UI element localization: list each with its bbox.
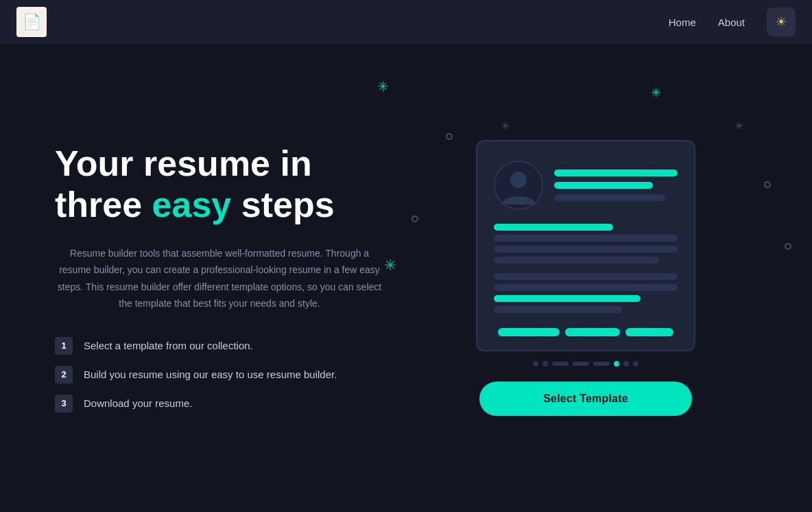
deco-circle-4 xyxy=(785,243,791,250)
dot-dash-3 xyxy=(593,362,610,366)
resume-illustration xyxy=(476,140,695,351)
resume-name-area xyxy=(554,170,678,201)
navbar: 📄 Home About ☀ xyxy=(0,0,812,44)
hero-description: Resume builder tools that assemble well-… xyxy=(55,245,384,312)
resume-btn-1 xyxy=(498,328,560,336)
nav-links: Home About ☀ xyxy=(669,8,796,36)
resume-section-1 xyxy=(494,224,678,264)
step-text-2: Build you resume using our easy to use r… xyxy=(84,369,337,380)
deco-asterisk-2: ✳ xyxy=(501,119,510,132)
select-template-wrap: Select Template xyxy=(414,382,757,416)
resume-body-line-2 xyxy=(494,235,678,242)
resume-line-sub xyxy=(554,194,665,201)
resume-line-title xyxy=(554,182,653,189)
deco-asterisk-4: ✳ xyxy=(735,119,743,132)
deco-circle-3 xyxy=(764,181,771,188)
resume-body-line-6 xyxy=(494,284,678,291)
dot-dash-1 xyxy=(552,362,569,366)
select-template-button[interactable]: Select Template xyxy=(479,382,692,416)
hero-title-line1: Your resume in xyxy=(55,143,312,183)
dot-4 xyxy=(633,361,638,366)
deco-asterisk-1: ✳ xyxy=(377,78,389,95)
hero-title: Your resume in three easy steps xyxy=(55,143,414,226)
step-number-2: 2 xyxy=(55,366,73,384)
resume-section-2 xyxy=(494,273,678,313)
svg-point-1 xyxy=(510,172,527,188)
logo[interactable]: 📄 xyxy=(16,7,47,37)
step-text-3: Download your resume. xyxy=(84,397,192,409)
nav-about[interactable]: About xyxy=(718,16,745,28)
dot-2 xyxy=(542,361,548,366)
dot-1 xyxy=(533,361,538,366)
dot-3 xyxy=(623,361,629,366)
hero-left: Your resume in three easy steps Resume b… xyxy=(55,143,414,412)
step-text-1: Select a template from our collection. xyxy=(84,340,253,351)
logo-icon: 📄 xyxy=(23,13,41,31)
resume-body-line-7 xyxy=(494,295,641,302)
main-content: ✳ ✳ ✳ ✳ ✳ ✳ Your resume in three easy st… xyxy=(0,44,812,512)
resume-btn-2 xyxy=(565,328,620,336)
resume-line-name xyxy=(554,170,678,176)
resume-body-line-5 xyxy=(494,273,678,280)
resume-body-section xyxy=(494,224,678,317)
dot-dash-2 xyxy=(573,362,589,366)
steps-list: 1 Select a template from our collection.… xyxy=(55,337,414,412)
resume-body-line-3 xyxy=(494,246,678,253)
dots-row xyxy=(533,361,638,366)
hero-right: Select Template xyxy=(414,140,757,416)
deco-circle-1 xyxy=(446,133,453,140)
step-item-2: 2 Build you resume using our easy to use… xyxy=(55,366,414,384)
resume-body-line-4 xyxy=(494,257,659,264)
resume-body-line-1 xyxy=(494,224,613,231)
step-number-1: 1 xyxy=(55,337,73,355)
step-item-3: 3 Download your resume. xyxy=(55,395,414,412)
resume-avatar xyxy=(494,161,543,210)
step-number-3: 3 xyxy=(55,395,73,412)
hero-title-line2-pre: three xyxy=(55,185,152,224)
hero-title-accent: easy xyxy=(152,185,232,224)
dot-teal xyxy=(614,361,619,366)
resume-body-line-8 xyxy=(494,306,623,313)
resume-bottom-buttons xyxy=(494,328,678,336)
theme-toggle-button[interactable]: ☀ xyxy=(767,8,796,36)
nav-home[interactable]: Home xyxy=(669,16,696,28)
resume-btn-3 xyxy=(625,328,673,336)
hero-title-post: steps xyxy=(231,185,334,224)
sun-icon: ☀ xyxy=(776,14,787,30)
resume-top-section xyxy=(494,161,678,210)
deco-asterisk-3: ✳ xyxy=(651,85,661,100)
step-item-1: 1 Select a template from our collection. xyxy=(55,337,414,355)
